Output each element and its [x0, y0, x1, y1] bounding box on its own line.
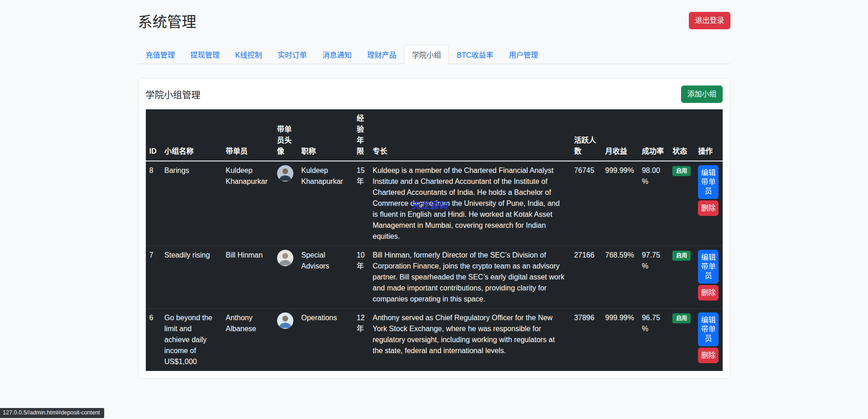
cell-id: 6: [146, 309, 161, 371]
cell-success-rate: 97.75%: [638, 246, 669, 309]
cell-active-users: 37896: [570, 309, 602, 371]
status-badge: 启用: [672, 313, 691, 323]
col-experience: 经验年限: [353, 109, 369, 161]
cell-experience: 15年: [353, 161, 369, 246]
cell-experience: 10年: [353, 246, 369, 309]
table-row: 7 Steadily rising Bill Hinman Special Ad…: [146, 246, 723, 309]
tab-notifications[interactable]: 消息通知: [314, 45, 359, 64]
tab-withdraw-management[interactable]: 提现管理: [183, 45, 228, 64]
tab-bar: 充值管理 提现管理 K线控制 实时订单 消息通知 理财产品 学院小组 BTC收益…: [138, 45, 730, 64]
cell-active-users: 76745: [570, 161, 602, 246]
cell-job-title: Kuldeep Khanapurkar: [298, 161, 353, 246]
table-row: 8 Barings Kuldeep Khanapurkar Kuldeep Kh…: [146, 161, 723, 246]
col-success-rate: 成功率: [638, 109, 669, 161]
cell-monthly-return: 768.59%: [602, 246, 638, 309]
logout-button[interactable]: 退出登录: [689, 12, 730, 29]
table-row: 6 Go beyond the limit and achieve daily …: [146, 309, 723, 371]
cell-specialty: Anthony served as Chief Regulatory Offic…: [369, 309, 570, 371]
groups-table: ID 小组名称 带单员 带单员头像 职称 经验年限 专长 活跃人数 月收益 成功…: [146, 109, 723, 371]
delete-button[interactable]: 删除: [698, 200, 719, 216]
leader-avatar: [277, 165, 293, 182]
table-header: ID 小组名称 带单员 带单员头像 职称 经验年限 专长 活跃人数 月收益 成功…: [146, 109, 723, 161]
tab-realtime-orders[interactable]: 实时订单: [270, 45, 314, 64]
cell-experience: 12年: [353, 309, 369, 371]
cell-group-name: Barings: [161, 161, 222, 246]
col-job-title: 职称: [298, 109, 353, 161]
leader-avatar: [277, 312, 293, 329]
edit-leader-button[interactable]: 编辑带单员: [698, 312, 719, 346]
tab-deposit-management[interactable]: 充值管理: [138, 45, 183, 64]
tab-wealth-products[interactable]: 理财产品: [359, 45, 404, 64]
col-specialty: 专长: [369, 109, 570, 161]
delete-button[interactable]: 删除: [698, 348, 719, 363]
cell-id: 8: [146, 161, 161, 246]
cell-job-title: Operations: [298, 309, 353, 371]
main-container: 系统管理 退出登录 充值管理 提现管理 K线控制 实时订单 消息通知 理财产品 …: [133, 0, 736, 379]
academy-group-panel: 学院小组管理 添加小组 ID 小组名称 带单员 带单员头像 职称 经验年限 专长…: [138, 78, 730, 379]
edit-leader-button[interactable]: 编辑带单员: [698, 250, 719, 284]
cell-success-rate: 96.75%: [638, 309, 669, 371]
page-title: 系统管理: [138, 10, 197, 31]
cell-group-name: Steadily rising: [161, 246, 222, 309]
col-id: ID: [146, 109, 161, 161]
cell-job-title: Special Advisors: [298, 246, 353, 309]
col-leader-avatar: 带单员头像: [273, 109, 298, 161]
delete-button[interactable]: 删除: [698, 285, 719, 301]
leader-avatar: [277, 250, 293, 266]
tab-btc-yield[interactable]: BTC收益率: [449, 45, 501, 64]
col-actions: 操作: [694, 109, 722, 161]
cell-specialty: Bill Hinman, formerly Director of the SE…: [369, 246, 570, 309]
col-status: 状态: [669, 109, 694, 161]
col-leader: 带单员: [222, 109, 273, 161]
col-monthly-return: 月收益: [602, 109, 638, 161]
cell-leader: Anthony Albanese: [222, 309, 273, 371]
browser-status-bar: 127.0.0.5//admin.html#deposit-content: [0, 408, 104, 418]
status-badge: 启用: [672, 166, 691, 176]
tab-user-management[interactable]: 用户管理: [501, 45, 546, 64]
cell-leader: Bill Hinman: [222, 246, 273, 309]
panel-title: 学院小组管理: [146, 88, 201, 101]
cell-leader: Kuldeep Khanapurkar: [222, 161, 273, 246]
cell-id: 7: [146, 246, 161, 309]
cell-success-rate: 98.00%: [638, 161, 669, 246]
cell-monthly-return: 999.99%: [602, 309, 638, 371]
status-badge: 启用: [672, 251, 691, 261]
col-group-name: 小组名称: [161, 109, 222, 161]
tab-kline-control[interactable]: K线控制: [228, 45, 270, 64]
add-group-button[interactable]: 添加小组: [681, 86, 722, 103]
panel-header: 学院小组管理 添加小组: [146, 86, 723, 103]
edit-leader-button[interactable]: 编辑带单员: [698, 165, 719, 199]
cell-monthly-return: 999.99%: [602, 161, 638, 246]
col-active-users: 活跃人数: [570, 109, 602, 161]
cell-group-name: Go beyond the limit and achieve daily in…: [161, 309, 222, 371]
page-header: 系统管理 退出登录: [138, 0, 730, 31]
cell-specialty: Kuldeep is a member of the Chartered Fin…: [369, 161, 570, 246]
tab-academy-groups[interactable]: 学院小组: [404, 45, 449, 64]
cell-active-users: 27166: [570, 246, 602, 309]
